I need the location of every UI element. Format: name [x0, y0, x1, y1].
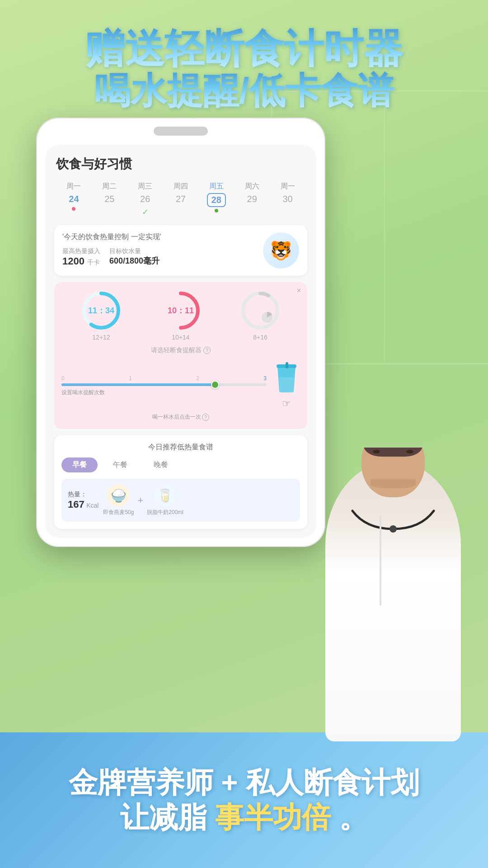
- bottom-suffix: 。: [339, 801, 368, 834]
- plus-sign: +: [137, 495, 143, 506]
- svg-point-9: [389, 525, 397, 533]
- phone-screen: 饮食与好习惯 周一 24 周二 25: [45, 145, 316, 538]
- motivation-card: '今天的饮食热量控制 一定实现' 最高热量摄入 1200 千卡 目标饮水量 60…: [54, 225, 307, 276]
- tab-lunch[interactable]: 午餐: [102, 458, 138, 472]
- close-timer-button[interactable]: ×: [297, 287, 301, 295]
- food-name-1: 即食燕麦50g: [103, 509, 134, 516]
- mark-1: 1: [129, 375, 132, 382]
- day-dot-mon: [72, 207, 75, 211]
- timer-circle-3: [240, 290, 281, 331]
- calorie-label: 最高热量摄入: [62, 247, 100, 255]
- timer-time-1: 11：34: [88, 305, 114, 316]
- timer-hint: 请选轻断食提醒器 ?: [61, 346, 300, 354]
- calendar-day-mon2[interactable]: 周一 30: [270, 182, 305, 217]
- food-icon-2: 🥛: [154, 484, 177, 507]
- food-name-2: 脱脂牛奶200ml: [147, 509, 183, 516]
- day-number-tue: 25: [104, 194, 114, 204]
- calendar-day-thu[interactable]: 周四 27: [163, 182, 199, 217]
- day-dot-fri: [215, 209, 218, 212]
- timer-hint-text: 请选轻断食提醒器: [151, 346, 202, 354]
- food-item-1: 🍚 即食燕麦50g: [103, 484, 134, 516]
- mark-3: 3: [263, 375, 267, 382]
- day-number-fri: 28: [211, 195, 221, 205]
- cursor-hint: ☞: [282, 398, 291, 410]
- calendar-day-fri[interactable]: 周五 28: [198, 182, 234, 217]
- cup-svg: [273, 362, 300, 394]
- calorie-value: 1200: [62, 255, 84, 267]
- calendar-day-wed[interactable]: 周三 26 ✓: [127, 182, 163, 217]
- motivation-text-area: '今天的饮食热量控制 一定实现' 最高热量摄入 1200 千卡 目标饮水量 60…: [62, 232, 258, 267]
- slider-fill: [61, 383, 216, 386]
- doctor-eye-right: [406, 450, 413, 453]
- water-label: 目标饮水量: [109, 247, 160, 255]
- meal-foods: 🍚 即食燕麦50g + 🥛 脱脂牛奶200ml: [103, 484, 294, 516]
- calendar-day-mon[interactable]: 周一 24: [56, 182, 92, 217]
- calorie-unit: 千卡: [87, 259, 100, 266]
- day-number-sat: 29: [247, 194, 257, 204]
- app-title: 饮食与好习惯: [54, 156, 307, 173]
- bottom-prefix: 让减脂: [120, 801, 207, 834]
- mark-2: 2: [196, 375, 199, 382]
- title-line1: 赠送轻断食计时器: [9, 27, 479, 71]
- doctor-body-shape: [325, 461, 461, 741]
- doctor-stethoscope: [339, 506, 447, 533]
- meal-card: 热量： 167 Kcal 🍚 即食燕麦50g + 🥛: [61, 479, 300, 522]
- meal-section: 今日推荐低热量食谱 早餐 午餐 晚餐 热量： 167 Kcal: [54, 435, 307, 529]
- mark-0: 0: [61, 375, 65, 382]
- cal-unit: Kcal: [86, 502, 99, 509]
- phone-mockup: 饮食与好习惯 周一 24 周二 25: [36, 118, 325, 547]
- bottom-text-line1: 金牌营养师 + 私人断食计划: [69, 765, 420, 800]
- day-label-tue: 周二: [102, 182, 117, 191]
- slider-marks: 0 1 2 3: [61, 375, 267, 382]
- food-icon-1: 🍚: [107, 484, 130, 507]
- day-label-thu: 周四: [174, 182, 188, 191]
- day-number-wed: 26: [140, 194, 150, 204]
- day-label-fri: 周五: [209, 182, 224, 191]
- stats-row: 最高热量摄入 1200 千卡 目标饮水量 600/1800毫升: [62, 247, 258, 267]
- doctor-image: [307, 448, 479, 741]
- water-stat: 目标饮水量 600/1800毫升: [109, 247, 160, 267]
- question-icon[interactable]: ?: [203, 347, 211, 354]
- water-question-icon[interactable]: ?: [202, 414, 209, 421]
- food-item-2: 🥛 脱脂牛奶200ml: [147, 484, 183, 516]
- doctor-head: [361, 448, 425, 497]
- slider-area: 0 1 2 3 设置喝水提醒次数: [61, 375, 267, 396]
- calendar-day-sat[interactable]: 周六 29: [234, 182, 270, 217]
- tab-breakfast[interactable]: 早餐: [61, 458, 98, 472]
- cal-value: 167: [68, 499, 84, 510]
- stethoscope-svg: [339, 506, 447, 533]
- timer-item-2[interactable]: 10：11 10+14: [160, 290, 201, 341]
- top-title-area: 赠送轻断食计时器 喝水提醒/低卡食谱: [0, 18, 488, 120]
- doctor-figure: [307, 448, 488, 741]
- timer-item-1[interactable]: 11：34 12+12: [81, 290, 122, 341]
- day-number-mon2: 30: [282, 194, 292, 204]
- meal-section-title: 今日推荐低热量食谱: [61, 443, 300, 452]
- calendar-day-tue[interactable]: 周二 25: [92, 182, 127, 217]
- cal-label: 热量：: [68, 491, 99, 499]
- calorie-value-row: 1200 千卡: [62, 255, 100, 267]
- water-cup-area: ☞: [273, 362, 300, 410]
- slider-thumb[interactable]: [211, 381, 219, 389]
- tab-dinner[interactable]: 晚餐: [143, 458, 179, 472]
- week-calendar: 周一 24 周二 25 周三: [54, 182, 307, 217]
- slider-label: 设置喝水提醒次数: [61, 389, 267, 396]
- water-cup-icon[interactable]: [273, 362, 300, 396]
- timer-label-2: 10+14: [172, 334, 189, 341]
- water-click-text: 喝一杯水后点击一次: [152, 413, 201, 421]
- cal-value-row: 167 Kcal: [68, 499, 99, 510]
- doctor-eye-left: [373, 450, 380, 453]
- day-label-mon2: 周一: [281, 182, 295, 191]
- meal-calories: 热量： 167 Kcal: [68, 491, 99, 510]
- doctor-stubble: [371, 479, 416, 488]
- timer-section: × 11：34 12+12: [54, 282, 307, 429]
- bottom-banner: 金牌营养师 + 私人断食计划 让减脂 事半功倍 。: [0, 732, 488, 868]
- timer-label-1: 12+12: [92, 334, 110, 341]
- coat-line: [380, 515, 381, 606]
- pie-icon: [260, 311, 274, 324]
- slider-track[interactable]: [61, 383, 267, 386]
- day-label-mon: 周一: [66, 182, 81, 191]
- timer-circle-2: 10：11: [160, 290, 201, 331]
- timer-item-3[interactable]: 8+16: [240, 290, 281, 341]
- motivation-quote: '今天的饮食热量控制 一定实现': [62, 232, 258, 242]
- phone-notch: [154, 127, 208, 136]
